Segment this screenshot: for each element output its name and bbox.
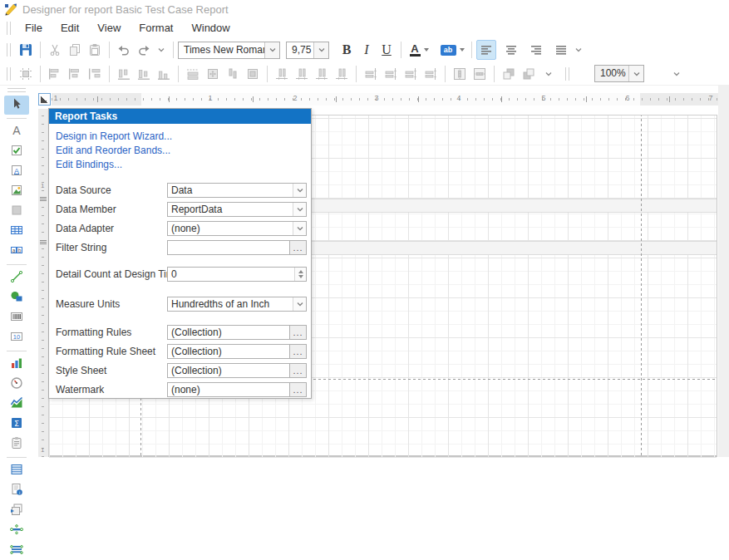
vert-spacing-increase-button[interactable]: [381, 64, 401, 84]
data-source-field[interactable]: Data: [167, 183, 307, 198]
detail-count-at-design-time-field[interactable]: 0: [167, 267, 307, 282]
tool-subreport[interactable]: [4, 501, 29, 520]
tool-cross-band-box[interactable]: [4, 541, 29, 560]
chevron-down-icon[interactable]: [313, 42, 328, 58]
filter-string-ellipsis-button[interactable]: ...: [289, 241, 306, 254]
toolbar1-grip[interactable]: [7, 43, 11, 56]
spin-down-icon[interactable]: [298, 275, 303, 278]
font-size-combo[interactable]: 9,75: [286, 42, 329, 59]
style-sheet-ellipsis-button[interactable]: ...: [289, 364, 306, 377]
zoom-grip[interactable]: [565, 67, 569, 81]
vert-spacing-equal-button[interactable]: [361, 64, 381, 84]
style-sheet-field[interactable]: (Collection)...: [167, 363, 307, 378]
tool-rich-text[interactable]: A: [4, 162, 29, 181]
align-chevron-button[interactable]: [571, 40, 586, 60]
smart-tag-button[interactable]: [38, 93, 51, 106]
menu-view[interactable]: View: [88, 19, 130, 37]
formatting-rules-ellipsis-button[interactable]: ...: [289, 326, 306, 339]
tool-line[interactable]: [4, 268, 29, 287]
menubar-grip[interactable]: [7, 22, 11, 35]
tool-page-break[interactable]: [4, 521, 29, 540]
tool-sparkline[interactable]: [4, 395, 29, 414]
horz-spacing-equal-button[interactable]: [272, 64, 292, 84]
align-rights-button[interactable]: [85, 64, 105, 84]
vert-spacing-decrease-button[interactable]: [401, 64, 421, 84]
center-horizontally-button[interactable]: [450, 64, 470, 84]
bold-button[interactable]: B: [337, 40, 357, 60]
tool-gauge[interactable]: [4, 375, 29, 394]
filter-string-field[interactable]: ...: [167, 240, 307, 255]
size-to-grid-button[interactable]: [203, 64, 223, 84]
band-splitter-handle[interactable]: [40, 240, 47, 244]
tool-table[interactable]: [4, 222, 29, 241]
align-centers-button[interactable]: [65, 64, 85, 84]
zoom-chevron-button[interactable]: [669, 64, 684, 84]
tool-pivot-grid[interactable]: Σ: [4, 415, 29, 434]
tool-check-box[interactable]: [4, 142, 29, 161]
chevron-down-icon[interactable]: [293, 297, 306, 311]
band-splitter-handle[interactable]: [40, 197, 47, 201]
menu-edit[interactable]: Edit: [52, 19, 88, 37]
underline-button[interactable]: U: [377, 40, 397, 60]
menu-format[interactable]: Format: [130, 19, 182, 37]
formatting-rule-sheet-ellipsis-button[interactable]: ...: [289, 345, 306, 358]
tool-notes[interactable]: [4, 435, 29, 454]
zoom-combo[interactable]: 100%: [594, 65, 644, 82]
measure-units-field[interactable]: Hundredths of an Inch: [167, 297, 307, 312]
toolbar2-grip[interactable]: [7, 67, 11, 81]
task-link[interactable]: Edit Bindings...: [56, 159, 122, 170]
cut-button[interactable]: [45, 40, 65, 60]
formatting-rule-sheet-field[interactable]: (Collection)...: [167, 344, 307, 359]
justify-button[interactable]: [551, 40, 571, 60]
detail-count-at-design-time-spinner[interactable]: [294, 268, 306, 281]
undo-redo-chevron-button[interactable]: [154, 40, 169, 60]
send-to-back-button[interactable]: [519, 64, 539, 84]
toolbox-grip[interactable]: [7, 88, 26, 92]
watermark-ellipsis-button[interactable]: ...: [289, 383, 306, 396]
spin-up-icon[interactable]: [298, 270, 303, 273]
tool-zip-code[interactable]: 10: [4, 328, 29, 347]
align-tops-button[interactable]: [114, 64, 134, 84]
chevron-down-icon[interactable]: [293, 184, 306, 197]
tool-page-info[interactable]: i: [4, 481, 29, 500]
make-same-width-button[interactable]: [183, 64, 203, 84]
horz-spacing-decrease-button[interactable]: [312, 64, 332, 84]
align-lefts-button[interactable]: [45, 64, 65, 84]
tool-picture-box[interactable]: [4, 182, 29, 201]
tool-table-of-contents[interactable]: [4, 461, 29, 480]
bring-to-front-button[interactable]: [499, 64, 519, 84]
tool-pointer[interactable]: [4, 96, 29, 115]
tool-panel[interactable]: [4, 202, 29, 221]
data-adapter-field[interactable]: (none): [167, 221, 307, 236]
chevron-down-icon[interactable]: [293, 222, 306, 235]
data-member-field[interactable]: ReportData: [167, 202, 307, 217]
save-button[interactable]: [16, 40, 36, 60]
align-left-button[interactable]: [476, 40, 496, 60]
horz-spacing-remove-button[interactable]: [332, 64, 352, 84]
font-name-combo[interactable]: Times New Roman: [178, 42, 280, 59]
align-middles-button[interactable]: [134, 64, 154, 84]
formatting-rules-field[interactable]: (Collection)...: [167, 325, 307, 340]
font-color-button[interactable]: A: [406, 40, 432, 60]
menu-file[interactable]: File: [16, 19, 52, 37]
copy-button[interactable]: [65, 40, 85, 60]
horz-spacing-increase-button[interactable]: [292, 64, 312, 84]
redo-button[interactable]: [134, 40, 154, 60]
zoom-out-button[interactable]: [574, 64, 594, 84]
task-link[interactable]: Design in Report Wizard...: [56, 130, 172, 142]
chevron-down-icon[interactable]: [264, 42, 279, 58]
highlight-button[interactable]: ab: [437, 40, 467, 60]
make-same-height-button[interactable]: [223, 64, 243, 84]
zoom-in-button[interactable]: [649, 64, 669, 84]
chevron-down-icon[interactable]: [628, 66, 643, 81]
chevron-down-icon[interactable]: [293, 203, 306, 216]
watermark-field[interactable]: (none)...: [167, 382, 307, 397]
tool-chart[interactable]: [4, 355, 29, 374]
make-same-size-button[interactable]: [243, 64, 263, 84]
undo-button[interactable]: [114, 40, 134, 60]
align-to-grid-button[interactable]: [16, 64, 36, 84]
align-right-button[interactable]: [526, 40, 546, 60]
menu-window[interactable]: Window: [182, 19, 239, 37]
tool-label[interactable]: A: [4, 122, 29, 141]
center-vertically-button[interactable]: [470, 64, 490, 84]
